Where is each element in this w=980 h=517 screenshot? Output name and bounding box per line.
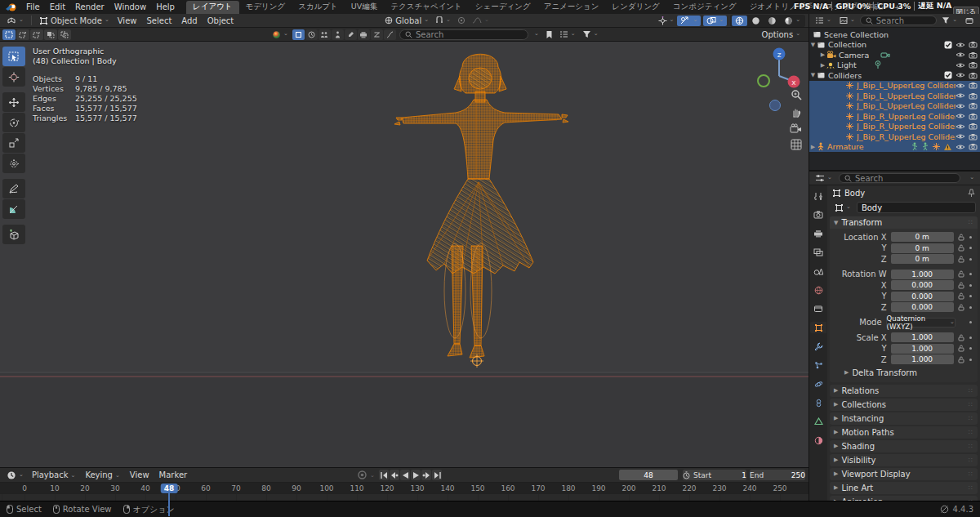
gizmos-dropdown[interactable] <box>655 16 678 26</box>
outliner-row-collider[interactable]: J_Bip_R_UpperLeg Collider.002 <box>809 131 980 142</box>
render-camera-icon[interactable] <box>969 113 978 120</box>
timeline-editor-type-button[interactable] <box>3 470 27 481</box>
object-type-dropdown[interactable] <box>831 203 854 213</box>
value-field[interactable]: 0 m <box>891 243 954 253</box>
display-mode-dropdown[interactable] <box>556 29 579 39</box>
filter-dropdown[interactable] <box>579 29 602 39</box>
collapsed-section[interactable]: ▶Line Art∷ <box>830 482 978 494</box>
transform-orientation-selector[interactable]: Global <box>381 16 432 26</box>
measure-tool[interactable] <box>2 199 25 219</box>
proportional-edit-toggle[interactable] <box>454 16 469 25</box>
new-collection-button[interactable] <box>962 16 978 25</box>
transform-panel-header[interactable]: ▼Transform∷ <box>830 216 978 229</box>
value-field[interactable]: 1.000 <box>891 332 954 342</box>
collapsed-section[interactable]: ▶Instancing∷ <box>830 412 978 425</box>
render-camera-icon[interactable] <box>969 82 978 89</box>
view-menu[interactable]: View <box>125 470 154 479</box>
hide-eye-icon[interactable] <box>956 133 965 140</box>
printer-filter-button[interactable] <box>358 29 370 40</box>
hide-eye-icon[interactable] <box>956 72 965 78</box>
editor-type-button[interactable] <box>3 16 27 26</box>
character-model[interactable] <box>394 54 568 368</box>
overlays-toggle[interactable] <box>677 16 701 26</box>
tab-view-layer[interactable] <box>810 247 826 258</box>
brush-filter-button[interactable] <box>345 29 357 40</box>
blender-logo-icon[interactable] <box>5 2 18 13</box>
xray-toggle[interactable] <box>703 16 727 26</box>
workspace-tab[interactable]: スカルプト <box>292 1 345 14</box>
lock-icon[interactable] <box>956 270 967 278</box>
outliner-row-collection[interactable]: ▼ Collection <box>809 40 980 51</box>
animate-dot[interactable] <box>966 347 974 350</box>
outliner-row-colliders[interactable]: ▼ Colliders <box>809 70 980 81</box>
lock-icon[interactable] <box>956 282 967 289</box>
animate-dot[interactable] <box>966 236 974 238</box>
auto-keying-toggle[interactable] <box>357 470 375 480</box>
timeline-track-area[interactable] <box>0 494 808 501</box>
cube-filter-button[interactable] <box>292 29 305 40</box>
tab-material[interactable] <box>810 435 826 446</box>
collapsed-section[interactable]: ▶Collections∷ <box>830 399 978 411</box>
rotation-mode-dropdown[interactable]: Quaternion (WXYZ) <box>886 318 956 328</box>
scale-tool[interactable] <box>2 133 25 153</box>
hide-eye-icon[interactable] <box>956 82 965 89</box>
tool-options-dropdown[interactable]: Options <box>759 29 804 40</box>
expand-caret-icon[interactable]: ▶ <box>819 62 826 69</box>
outliner-row-collider[interactable]: J_Bip_L_UpperLeg Collider <box>809 81 980 91</box>
render-camera-icon[interactable] <box>969 123 978 130</box>
expand-caret-icon[interactable]: ▶ <box>809 144 817 150</box>
hide-eye-icon[interactable] <box>956 92 965 99</box>
outliner-row-collider[interactable]: J_Bip_L_UpperLeg Collider.001 <box>809 91 980 101</box>
topbar-menu-item[interactable]: Render <box>70 2 109 11</box>
lock-icon[interactable] <box>956 256 967 263</box>
animate-dot[interactable] <box>967 321 974 323</box>
animate-dot[interactable] <box>966 336 974 339</box>
select-mode-extend-button[interactable] <box>16 29 29 40</box>
value-field[interactable]: 0 m <box>891 232 954 242</box>
material-shading-button[interactable] <box>764 16 780 26</box>
tab-tool[interactable] <box>810 190 826 202</box>
breadcrumb-object-name[interactable]: Body <box>844 189 865 198</box>
lock-icon[interactable] <box>956 304 967 311</box>
viewport-menu-item[interactable]: Select <box>141 16 176 25</box>
render-camera-icon[interactable] <box>969 61 978 69</box>
workspace-tab[interactable]: UV編集 <box>345 1 384 14</box>
animate-dot[interactable] <box>966 359 974 361</box>
current-frame-field[interactable]: 48 <box>619 470 678 480</box>
collapsed-section[interactable]: ▶Motion Paths∷ <box>830 426 978 439</box>
lock-icon[interactable] <box>956 345 967 352</box>
lock-icon[interactable] <box>956 356 967 363</box>
outliner-row-camera[interactable]: ▶ Camera <box>809 50 980 60</box>
tab-object[interactable] <box>810 322 826 333</box>
search-options-dropdown[interactable] <box>528 30 542 38</box>
transform-tool[interactable] <box>2 154 25 173</box>
tab-object-data[interactable] <box>810 416 826 427</box>
render-camera-icon[interactable] <box>969 92 978 100</box>
hide-eye-icon[interactable] <box>956 123 965 130</box>
lock-icon[interactable] <box>956 244 967 252</box>
hide-eye-icon[interactable] <box>956 113 965 119</box>
outliner-row-armature[interactable]: ▶ Armature <box>809 142 980 153</box>
people-filter-button[interactable] <box>318 29 331 40</box>
clock-filter-button[interactable] <box>305 29 318 40</box>
viewport-3d[interactable]: User Orthographic (48) Collection | Body… <box>0 42 808 467</box>
hide-eye-icon[interactable] <box>956 42 965 48</box>
expand-caret-icon[interactable]: ▶ <box>819 51 826 58</box>
playhead-current-frame[interactable]: 48 <box>161 484 178 493</box>
topbar-menu-item[interactable]: Edit <box>45 2 70 11</box>
hide-eye-icon[interactable] <box>956 144 965 150</box>
rotate-tool[interactable] <box>2 113 25 132</box>
render-camera-icon[interactable] <box>969 102 978 109</box>
tab-physics[interactable] <box>810 378 826 390</box>
playhead-line[interactable] <box>168 492 170 516</box>
value-field[interactable]: 0.000 <box>891 292 954 301</box>
value-field[interactable]: 0.000 <box>891 302 954 312</box>
play-button[interactable] <box>411 470 421 480</box>
start-frame-field[interactable]: Start1 <box>683 470 746 480</box>
next-keyframe-button[interactable] <box>421 470 431 480</box>
timeline-ruler[interactable]: 0102030405060708090100110120130140150160… <box>0 483 808 494</box>
properties-search-input[interactable]: Search <box>839 173 960 183</box>
pan-hand-icon[interactable] <box>791 106 802 118</box>
workspace-tab[interactable]: コンポジティング <box>666 1 743 14</box>
workspace-tab[interactable]: レンダリング <box>606 1 666 14</box>
